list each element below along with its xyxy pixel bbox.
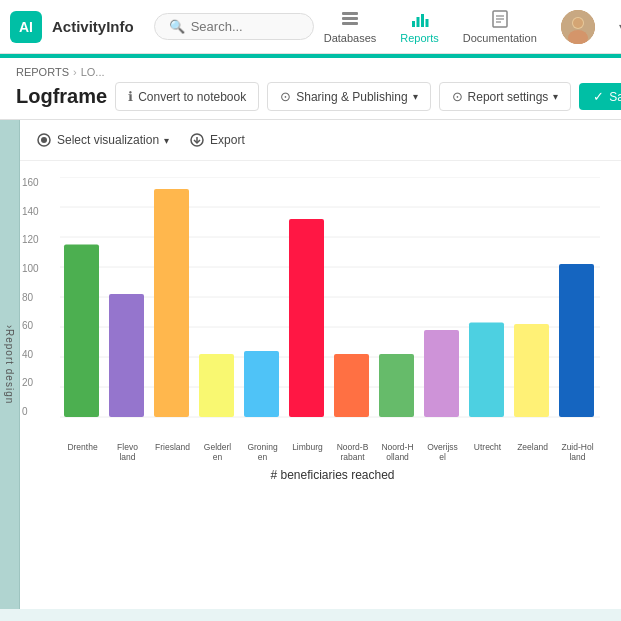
x-label-friesland: Friesland bbox=[150, 442, 195, 462]
reports-icon bbox=[410, 9, 430, 29]
report-toolbar: REPORTS › LO... Logframe ℹ Convert to no… bbox=[0, 58, 621, 120]
bar-gelderland bbox=[199, 354, 234, 417]
side-tab[interactable]: › Report design bbox=[0, 120, 20, 609]
chart-title: # beneficiaries reached bbox=[60, 468, 605, 482]
bar-groningen bbox=[244, 351, 279, 417]
breadcrumb-reports[interactable]: REPORTS bbox=[16, 66, 69, 78]
bar-drenthe bbox=[64, 245, 99, 418]
page-title: Logframe bbox=[16, 85, 107, 108]
nav-documentation[interactable]: Documentation bbox=[463, 9, 537, 44]
nav-databases-label: Databases bbox=[324, 32, 377, 44]
y-label-120: 120 bbox=[22, 234, 39, 245]
y-label-160: 160 bbox=[22, 177, 39, 188]
x-label-noord-holland: Noord-Holland bbox=[375, 442, 420, 462]
svg-rect-0 bbox=[342, 12, 358, 15]
y-label-20: 20 bbox=[22, 377, 39, 388]
y-label-0: 0 bbox=[22, 406, 39, 417]
svg-rect-6 bbox=[425, 19, 428, 27]
export-icon bbox=[189, 132, 205, 148]
bar-zuidholland bbox=[559, 264, 594, 417]
bar-flevoland bbox=[109, 294, 144, 417]
breadcrumb-sep: › bbox=[73, 66, 77, 78]
app-logo: AI bbox=[10, 11, 42, 43]
bar-friesland bbox=[154, 189, 189, 417]
y-label-40: 40 bbox=[22, 349, 39, 360]
app-name: ActivityInfo bbox=[52, 18, 134, 35]
bar-utrecht bbox=[469, 323, 504, 418]
svg-rect-2 bbox=[342, 22, 358, 25]
nav-documentation-label: Documentation bbox=[463, 32, 537, 44]
svg-rect-4 bbox=[416, 17, 419, 27]
main-content: › Report design Select visualization ▾ E… bbox=[0, 120, 621, 609]
toolbar-row: Logframe ℹ Convert to notebook ⊙ Sharing… bbox=[16, 82, 605, 119]
bar-limburg bbox=[289, 219, 324, 417]
sharing-icon: ⊙ bbox=[280, 89, 291, 104]
select-visualization-button[interactable]: Select visualization ▾ bbox=[36, 132, 169, 148]
convert-icon: ℹ bbox=[128, 89, 133, 104]
save-report-button[interactable]: ✓ Save report bbox=[579, 83, 621, 110]
x-label-limburg: Limburg bbox=[285, 442, 330, 462]
export-button[interactable]: Export bbox=[189, 132, 245, 148]
x-label-gelderland: Gelderlen bbox=[195, 442, 240, 462]
navbar: AI ActivityInfo 🔍 Databases Reports bbox=[0, 0, 621, 54]
y-label-60: 60 bbox=[22, 320, 39, 331]
check-icon: ✓ bbox=[593, 89, 604, 104]
svg-point-14 bbox=[573, 18, 583, 28]
databases-icon bbox=[340, 9, 360, 29]
svg-point-16 bbox=[41, 137, 47, 143]
bar-overijssel bbox=[424, 330, 459, 417]
x-label-overijssel: Overijssel bbox=[420, 442, 465, 462]
settings-icon: ⊙ bbox=[452, 89, 463, 104]
nav-reports-label: Reports bbox=[400, 32, 439, 44]
visualization-icon bbox=[36, 132, 52, 148]
search-box[interactable]: 🔍 bbox=[154, 13, 314, 40]
nav-reports[interactable]: Reports bbox=[400, 9, 439, 44]
x-axis-labels: Drenthe Flevoland Friesland Gelderlen Gr… bbox=[60, 442, 600, 462]
avatar-image bbox=[561, 10, 595, 44]
svg-rect-3 bbox=[412, 21, 415, 27]
chart-container: 0 20 40 60 80 100 120 140 160 bbox=[20, 161, 621, 609]
x-label-zuidholland: Zuid-Holland bbox=[555, 442, 600, 462]
nav-items: Databases Reports Documentation bbox=[324, 9, 621, 44]
x-label-utrecht: Utrecht bbox=[465, 442, 510, 462]
x-label-groningen: Groningen bbox=[240, 442, 285, 462]
chart-panel: Select visualization ▾ Export 0 20 40 bbox=[20, 120, 621, 609]
avatar[interactable] bbox=[561, 10, 595, 44]
bar-noord-brabant bbox=[334, 354, 369, 417]
side-tab-label: Report design bbox=[4, 329, 15, 404]
bar-noord-holland bbox=[379, 354, 414, 417]
x-label-drenthe: Drenthe bbox=[60, 442, 105, 462]
nav-databases[interactable]: Databases bbox=[324, 9, 377, 44]
bottom-content bbox=[0, 609, 621, 621]
sharing-button[interactable]: ⊙ Sharing & Publishing bbox=[267, 82, 430, 111]
y-label-80: 80 bbox=[22, 292, 39, 303]
x-label-noord-brabant: Noord-Brabant bbox=[330, 442, 375, 462]
breadcrumb-current: LO... bbox=[81, 66, 105, 78]
breadcrumb: REPORTS › LO... bbox=[16, 66, 605, 78]
convert-notebook-button[interactable]: ℹ Convert to notebook bbox=[115, 82, 259, 111]
search-icon: 🔍 bbox=[169, 19, 185, 34]
x-label-zeeland: Zeeland bbox=[510, 442, 555, 462]
y-label-140: 140 bbox=[22, 206, 39, 217]
chart-controls: Select visualization ▾ Export bbox=[20, 120, 621, 161]
y-label-100: 100 bbox=[22, 263, 39, 274]
report-settings-button[interactable]: ⊙ Report settings bbox=[439, 82, 572, 111]
svg-rect-5 bbox=[421, 14, 424, 27]
x-label-flevoland: Flevoland bbox=[105, 442, 150, 462]
search-input[interactable] bbox=[191, 19, 291, 34]
documentation-icon bbox=[490, 9, 510, 29]
bar-chart-svg bbox=[60, 177, 600, 437]
bar-zeeland bbox=[514, 324, 549, 417]
y-axis: 0 20 40 60 80 100 120 140 160 bbox=[22, 177, 39, 417]
svg-rect-1 bbox=[342, 17, 358, 20]
